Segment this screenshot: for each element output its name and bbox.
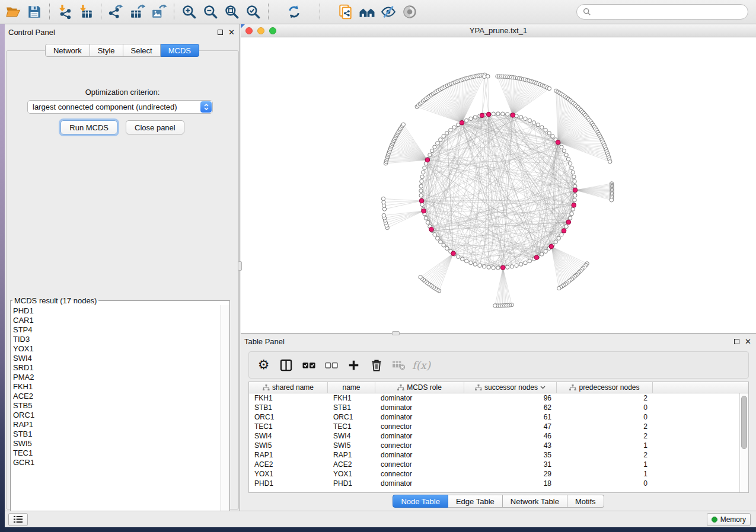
graph-node[interactable] — [515, 264, 518, 267]
mcds-result-item[interactable]: SWI5 — [13, 439, 219, 448]
graph-node[interactable] — [570, 212, 573, 216]
close-panel-icon[interactable]: ✕ — [228, 28, 235, 36]
network-canvas[interactable] — [241, 37, 756, 333]
graph-node[interactable] — [540, 252, 544, 256]
graph-node[interactable] — [510, 265, 513, 268]
column-header-name[interactable]: name — [328, 382, 375, 393]
table-row[interactable]: PHD1PHD1dominator180 — [249, 479, 748, 488]
table-row[interactable]: SWI5SWI5connector431 — [249, 441, 748, 450]
graph-hub-node[interactable] — [460, 120, 464, 125]
memory-button[interactable]: Memory — [707, 513, 751, 526]
graph-node[interactable] — [573, 184, 577, 188]
search-box[interactable] — [576, 4, 748, 20]
delete-column-button[interactable] — [368, 355, 385, 374]
run-mcds-button[interactable]: Run MCDS — [60, 120, 117, 134]
graph-node[interactable] — [519, 262, 523, 266]
graph-hub-node[interactable] — [480, 113, 484, 118]
split-columns-button[interactable] — [277, 355, 295, 374]
graph-node[interactable] — [487, 265, 490, 269]
graph-satellite-node[interactable] — [610, 198, 613, 202]
table-row[interactable]: YOX1YOX1connector291 — [249, 469, 748, 479]
graph-node[interactable] — [568, 162, 572, 165]
mcds-result-item[interactable]: STB1 — [13, 430, 219, 439]
column-header-MCDS-role[interactable]: MCDS role — [375, 382, 464, 393]
table-row[interactable]: TEC1TEC1connector472 — [249, 422, 748, 431]
graph-node[interactable] — [528, 259, 531, 262]
graph-satellite-node[interactable] — [382, 213, 385, 217]
graph-node[interactable] — [433, 145, 436, 149]
share-document-button[interactable] — [335, 1, 356, 23]
graph-node[interactable] — [426, 220, 429, 224]
zoom-fit-button[interactable] — [221, 1, 243, 23]
mcds-result-item[interactable]: TID3 — [13, 335, 219, 344]
deselect-all-rows-button[interactable] — [323, 355, 340, 374]
graph-node[interactable] — [442, 134, 445, 138]
graph-satellite-node[interactable] — [547, 86, 551, 90]
graph-satellite-node[interactable] — [401, 123, 405, 126]
graph-node[interactable] — [439, 138, 442, 142]
save-session-button[interactable] — [24, 1, 45, 23]
graph-node[interactable] — [528, 118, 531, 122]
tab-network[interactable]: Network — [45, 44, 90, 57]
export-network-button[interactable] — [106, 1, 127, 23]
graph-hub-node[interactable] — [500, 265, 505, 270]
graph-hub-node[interactable] — [556, 140, 560, 145]
graph-node[interactable] — [571, 171, 575, 174]
mcds-result-item[interactable]: FKH1 — [13, 382, 219, 392]
graph-node[interactable] — [564, 225, 568, 228]
tab-mcds[interactable]: MCDS — [161, 44, 199, 57]
graph-satellite-node[interactable] — [608, 160, 612, 164]
graph-node[interactable] — [572, 175, 576, 178]
graph-hub-node[interactable] — [419, 198, 424, 203]
graph-node[interactable] — [536, 123, 540, 127]
graph-node[interactable] — [430, 149, 434, 153]
graph-hub-node[interactable] — [573, 188, 578, 193]
graph-node[interactable] — [423, 166, 426, 169]
graph-node[interactable] — [540, 126, 544, 129]
graph-hub-node[interactable] — [422, 209, 426, 213]
graph-node[interactable] — [445, 132, 449, 135]
graph-node[interactable] — [557, 236, 560, 240]
column-header-shared-name[interactable]: shared name — [249, 382, 328, 393]
graph-hub-node[interactable] — [549, 244, 554, 249]
table-row[interactable]: STB1STB1dominator620 — [249, 403, 748, 412]
graph-hub-node[interactable] — [486, 112, 491, 117]
mcds-result-item[interactable]: ACE2 — [13, 392, 219, 401]
import-table-button[interactable] — [75, 1, 97, 23]
mcds-result-item[interactable]: STP4 — [13, 325, 219, 335]
graph-node[interactable] — [424, 216, 428, 220]
import-network-button[interactable] — [54, 1, 75, 23]
mcds-result-item[interactable]: ORC1 — [13, 411, 219, 420]
splitter-handle-horizontal[interactable] — [392, 331, 400, 335]
mcds-result-item[interactable]: RAP1 — [13, 420, 219, 430]
tab-network-table[interactable]: Network Table — [503, 495, 567, 508]
graph-satellite-node[interactable] — [486, 75, 490, 78]
graph-node[interactable] — [560, 233, 563, 236]
graph-node[interactable] — [482, 265, 486, 268]
mcds-result-item[interactable]: STB5 — [13, 401, 219, 411]
graph-node[interactable] — [436, 142, 439, 145]
float-panel-icon[interactable] — [218, 30, 223, 35]
search-input[interactable] — [595, 8, 742, 17]
mcds-result-item[interactable]: YOX1 — [13, 344, 219, 354]
close-panel-button[interactable]: Close panel — [126, 120, 184, 134]
graph-node[interactable] — [566, 157, 570, 161]
graph-node[interactable] — [492, 266, 495, 270]
tab-motifs[interactable]: Motifs — [567, 495, 604, 508]
select-all-rows-button[interactable] — [300, 355, 317, 374]
zoom-out-button[interactable] — [200, 1, 221, 23]
graph-node[interactable] — [419, 194, 423, 197]
graph-hub-node[interactable] — [566, 220, 571, 225]
graph-node[interactable] — [473, 262, 477, 266]
tab-node-table[interactable]: Node Table — [393, 495, 448, 508]
column-header-predecessor-nodes[interactable]: predecessor nodes — [557, 382, 653, 393]
graph-node[interactable] — [519, 116, 523, 119]
graph-node[interactable] — [492, 112, 495, 116]
graph-node[interactable] — [464, 118, 468, 122]
graph-node[interactable] — [501, 112, 505, 116]
graph-node[interactable] — [506, 113, 509, 116]
mcds-result-item[interactable]: GCR1 — [13, 458, 219, 467]
table-row[interactable]: RAP1RAP1dominator352 — [249, 450, 748, 460]
table-row[interactable]: ACE2ACE2connector311 — [249, 460, 748, 469]
column-header-successor-nodes[interactable]: successor nodes — [464, 382, 557, 393]
